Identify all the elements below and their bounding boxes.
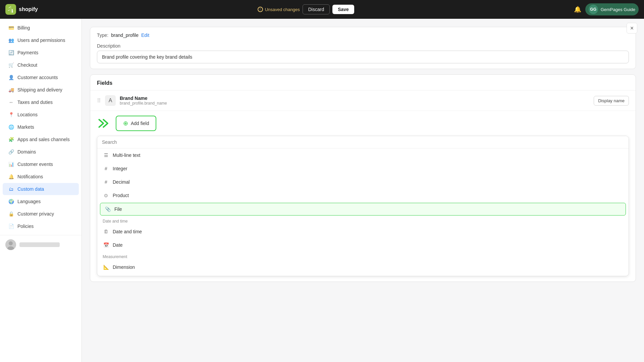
sidebar-icon-custom-data: 🗂 <box>8 186 14 192</box>
description-section: Description <box>97 43 629 63</box>
sidebar-item-custom-data[interactable]: 🗂 Custom data <box>3 183 79 195</box>
type-row: Type: brand_profile Edit <box>97 33 629 38</box>
dropdown-icon-date: 📅 <box>103 242 109 248</box>
sidebar-label-payments: Payments <box>17 50 38 55</box>
plus-circle-icon: ⊕ <box>123 120 128 127</box>
sidebar-item-payments[interactable]: 🔄 Payments <box>3 47 79 59</box>
sidebar-icon-users: 👥 <box>8 37 14 43</box>
avatar: GG <box>589 5 598 14</box>
sidebar-item-notifications[interactable]: 🔔 Notifications <box>3 171 79 183</box>
dropdown-item-decimal[interactable]: # Decimal <box>97 175 629 189</box>
dropdown-item-date[interactable]: 📅 Date <box>97 238 629 252</box>
field-name: Brand Name <box>120 96 590 101</box>
shopify-logo-icon <box>5 4 16 15</box>
dropdown-label-decimal: Decimal <box>113 179 130 185</box>
sidebar-label-shipping: Shipping and delivery <box>17 87 62 93</box>
dropdown-list: ☰ Multi-line text # Integer # Decimal ⊙ … <box>97 148 629 276</box>
sidebar-icon-apps: 🧩 <box>8 136 14 142</box>
save-button[interactable]: Save <box>332 5 354 14</box>
add-field-label: Add field <box>131 121 149 126</box>
sidebar-label-domains: Domains <box>17 149 36 155</box>
dropdown-item-integer[interactable]: # Integer <box>97 162 629 175</box>
sidebar-label-languages: Languages <box>17 199 41 204</box>
field-key: brand_profile.brand_name <box>120 101 590 106</box>
dropdown-item-product[interactable]: ⊙ Product <box>97 189 629 202</box>
description-input[interactable] <box>97 51 629 63</box>
dropdown-label-date: Date <box>113 242 123 248</box>
sidebar-icon-taxes: ↔ <box>8 99 14 105</box>
dropdown-icon-file: 📎 <box>104 206 111 213</box>
dropdown-label-datetime: Date and time <box>113 229 142 234</box>
dropdown-item-volume[interactable]: 🧪 Volume <box>97 274 629 276</box>
dropdown-item-dimension[interactable]: 📐 Dimension <box>97 260 629 274</box>
sidebar-label-taxes: Taxes and duties <box>17 100 53 105</box>
dropdown-icon-integer: # <box>103 165 109 172</box>
sidebar-icon-policies: 📄 <box>8 223 14 229</box>
sidebar-item-taxes[interactable]: ↔ Taxes and duties <box>3 96 79 108</box>
sidebar-user-name-placeholder <box>19 242 60 247</box>
topnav-right: 🔔 GG GemPages Guide <box>574 3 639 15</box>
type-label: Type: <box>97 33 108 38</box>
dropdown-section-measurement: Measurement <box>97 252 629 260</box>
dropdown-item-file[interactable]: 📎 File <box>100 203 626 216</box>
dropdown-item-multiline[interactable]: ☰ Multi-line text <box>97 148 629 162</box>
sidebar-label-apps: Apps and sales channels <box>17 137 70 142</box>
sidebar-item-languages[interactable]: 🌍 Languages <box>3 195 79 207</box>
sidebar-icon-customer-accounts: 👤 <box>8 74 14 80</box>
sidebar-icon-checkout: 🛒 <box>8 62 14 68</box>
fields-header: Fields <box>90 75 636 90</box>
sidebar-user-avatar <box>5 239 16 250</box>
user-name: GemPages Guide <box>601 7 635 12</box>
dropdown-icon-datetime: 🗓 <box>103 228 109 235</box>
type-edit-link[interactable]: Edit <box>141 33 149 38</box>
sidebar-item-policies[interactable]: 📄 Policies <box>3 220 79 232</box>
sidebar-items-container: 💳 Billing 👥 Users and permissions 🔄 Paym… <box>0 22 82 232</box>
sidebar-label-customer-events: Customer events <box>17 162 53 167</box>
sidebar-item-customer-accounts[interactable]: 👤 Customer accounts <box>3 71 79 83</box>
dropdown-label-dimension: Dimension <box>113 264 135 270</box>
close-button[interactable]: × <box>627 23 637 34</box>
search-input[interactable] <box>97 136 629 148</box>
unsaved-icon: ! <box>258 7 263 12</box>
sidebar-item-users[interactable]: 👥 Users and permissions <box>3 34 79 46</box>
sidebar-label-markets: Markets <box>17 124 34 130</box>
topnav: shopify ! Unsaved changes Discard Save 🔔… <box>0 0 644 19</box>
sidebar-label-users: Users and permissions <box>17 38 65 43</box>
sidebar-item-domains[interactable]: 🔗 Domains <box>3 146 79 158</box>
dropdown-label-multiline: Multi-line text <box>113 153 140 158</box>
sidebar-icon-billing: 💳 <box>8 25 14 31</box>
drag-handle-icon[interactable]: ⠿ <box>97 98 101 104</box>
sidebar-icon-markets: 🌐 <box>8 124 14 130</box>
shopify-logo[interactable]: shopify <box>5 4 38 15</box>
sidebar-item-billing[interactable]: 💳 Billing <box>3 22 79 34</box>
notification-bell-icon[interactable]: 🔔 <box>574 6 581 13</box>
discard-button[interactable]: Discard <box>303 4 330 14</box>
add-field-button[interactable]: ⊕ Add field <box>116 116 156 131</box>
dropdown-icon-decimal: # <box>103 179 109 185</box>
layout: 💳 Billing 👥 Users and permissions 🔄 Paym… <box>0 19 644 362</box>
dropdown-icon-product: ⊙ <box>103 192 109 199</box>
sidebar-item-checkout[interactable]: 🛒 Checkout <box>3 59 79 71</box>
sidebar-label-customer-accounts: Customer accounts <box>17 75 58 80</box>
sidebar-icon-shipping: 🚚 <box>8 87 14 93</box>
sidebar-label-notifications: Notifications <box>17 174 43 179</box>
user-avatar-pill[interactable]: GG GemPages Guide <box>585 3 639 15</box>
topnav-center: ! Unsaved changes Discard Save <box>258 4 354 14</box>
sidebar-item-apps[interactable]: 🧩 Apps and sales channels <box>3 133 79 145</box>
sidebar-item-shipping[interactable]: 🚚 Shipping and delivery <box>3 84 79 96</box>
sidebar-item-customer-events[interactable]: 📊 Customer events <box>3 158 79 170</box>
unsaved-badge: ! Unsaved changes <box>258 7 300 12</box>
sidebar-icon-domains: 🔗 <box>8 149 14 155</box>
sidebar-item-markets[interactable]: 🌐 Markets <box>3 121 79 133</box>
sidebar-item-locations[interactable]: 📍 Locations <box>3 109 79 121</box>
sidebar-footer <box>0 235 82 254</box>
dropdown-label-product: Product <box>113 193 129 198</box>
sidebar-icon-payments: 🔄 <box>8 50 14 56</box>
display-name-button[interactable]: Display name <box>594 96 629 106</box>
dropdown-item-datetime[interactable]: 🗓 Date and time <box>97 225 629 238</box>
chevrons-icon <box>97 117 110 129</box>
sidebar-label-policies: Policies <box>17 224 34 229</box>
description-label: Description <box>97 43 629 49</box>
dropdown-label-file: File <box>114 206 122 212</box>
sidebar-item-customer-privacy[interactable]: 🔒 Customer privacy <box>3 208 79 220</box>
